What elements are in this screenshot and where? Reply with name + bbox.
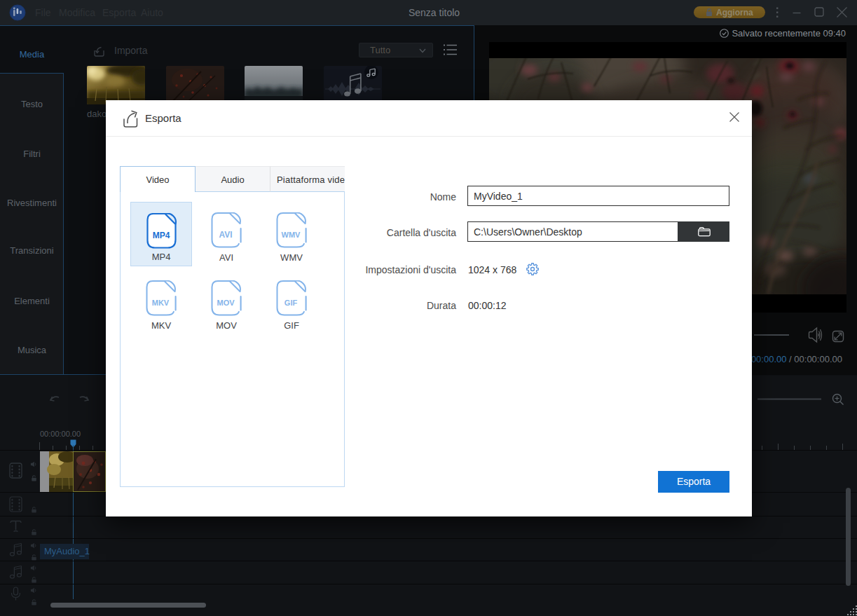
svg-text:MKV: MKV xyxy=(152,299,170,307)
svg-text:AVI: AVI xyxy=(219,230,232,240)
svg-text:GIF: GIF xyxy=(284,299,298,307)
svg-text:MP4: MP4 xyxy=(153,231,170,240)
svg-text:MOV: MOV xyxy=(217,299,235,307)
svg-text:WMV: WMV xyxy=(282,231,301,239)
